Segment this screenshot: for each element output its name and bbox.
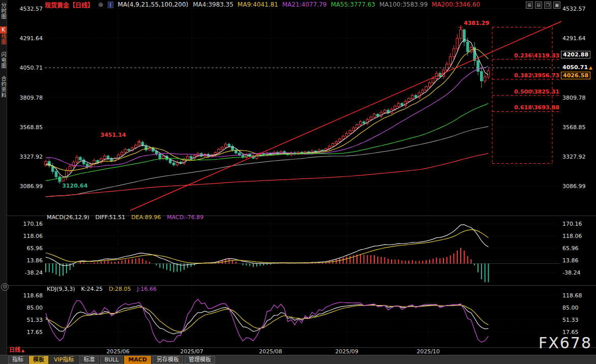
svg-text:3809.78: 3809.78 [562,95,586,101]
svg-text:2025/10: 2025/10 [416,348,440,355]
svg-text:2025/06: 2025/06 [106,348,130,355]
kdj-k-line [46,305,488,334]
window-controls: ⊞⊟❐▣ [526,2,560,9]
toolbar-button-BULL[interactable]: BULL [100,356,123,364]
add-window-icon[interactable]: ⊞ [526,2,533,9]
price-tag-prev-close-value: 4050.71 [562,64,588,71]
sidebar-item-1[interactable]: K线图 [0,26,7,45]
svg-text:4532.57: 4532.57 [562,6,586,12]
kdj-j-label: J:16.66 [137,286,157,292]
axis-labels-layer: 2025/062025/072025/082025/092025/104532.… [20,6,586,355]
trading-chart-window: 0.236\4119.330.382\3956.730.500\3825.310… [0,0,596,364]
svg-text:3451.14: 3451.14 [100,132,126,138]
period-selector[interactable]: 日线▲ [9,345,24,353]
svg-text:65.96: 65.96 [27,245,43,252]
add-indicator-icon[interactable]: ⊕ [98,1,103,8]
kdj-k-label: K:24.25 [81,286,103,292]
macd-value-label: MACD:-76.89 [167,214,203,221]
svg-text:170.16: 170.16 [23,221,43,227]
kdj-legend: KDJ(9,3,3) K:24.25 D:28.05 J:16.66 [47,286,157,292]
svg-text:3086.99: 3086.99 [562,183,586,190]
svg-text:4291.64: 4291.64 [20,35,43,42]
trendline [130,21,561,210]
ma-lines-layer [46,40,488,343]
bottom-toolbar: 指标模板VIP指标标准BULLMACD另存模板管理模板 [0,355,596,364]
svg-text:2025/08: 2025/08 [259,348,282,355]
toolbar-button-标准[interactable]: 标准 [79,356,99,364]
toolbar-button-管理模板[interactable]: 管理模板 [185,356,215,364]
toolbar-button-MACD[interactable]: MACD [124,356,151,364]
sidebar-item-0[interactable]: 分时图 [0,3,7,19]
maximize-window-icon[interactable]: ▣ [553,2,560,9]
grid-layer [7,8,596,348]
svg-text:3086.99: 3086.99 [20,183,43,190]
sidebar: 分时图K线图闪电图合约资料 [0,0,7,364]
svg-text:118.06: 118.06 [23,233,43,239]
price-tag-last: 4026.58 [561,72,590,79]
toolbar-button-指标[interactable]: 指标 [8,356,27,364]
kdj-params-label: KDJ(9,3,3) [47,286,75,292]
toolbar-button-另存模板[interactable]: 另存模板 [153,356,183,364]
kdj-d-label: D:28.05 [109,286,131,292]
chart-type-icon[interactable]: ‖ [108,2,113,8]
svg-text:2025/07: 2025/07 [180,348,203,355]
macd-dea-label: DEA:89.96 [131,214,161,221]
candles-layer [45,27,490,283]
period-label: 日线 [9,347,20,353]
svg-text:170.16: 170.16 [562,221,582,227]
kdj-d-line [46,305,488,331]
svg-text:118.68: 118.68 [23,292,43,299]
toolbar-button-VIP指标[interactable]: VIP指标 [50,356,78,364]
symbol-title: 现货黄金【日线】 [45,1,94,9]
sidebar-item-2[interactable]: 闪电图 [0,52,7,69]
svg-text:17.65: 17.65 [27,329,43,336]
macd-params-label: MACD(26,12,9) [47,214,90,221]
active-tab-badge: K [0,26,7,34]
ma-legend-item: MA55:3777.63 [331,1,375,8]
cascade-window-icon[interactable]: ❐ [544,2,551,9]
ma-legend-item: MA200:3346.60 [432,1,480,8]
ma-legend-item: MA21:4077.79 [282,1,327,8]
chart-canvas[interactable]: 0.236\4119.330.382\3956.730.500\3825.310… [0,0,596,364]
svg-text:0.382\3956.73: 0.382\3956.73 [514,72,559,79]
ma-legend-item: MA4:3983.35 [193,1,233,8]
macd-dea-line [46,230,488,263]
chart-header: 现货黄金【日线】 ⊕ ‖ MA(4,9,21,55,100,200) MA4:3… [45,1,480,8]
svg-text:-38.24: -38.24 [25,269,43,276]
up-arrow-icon: ▲ [589,65,592,70]
svg-text:0.236\4119.33: 0.236\4119.33 [514,52,559,59]
svg-text:0.618\3693.88: 0.618\3693.88 [514,104,559,111]
svg-text:118.06: 118.06 [562,233,582,239]
watermark: FX678 [539,334,592,352]
price-tag-prev-close: 4050.71▲ [561,64,594,71]
ma-legend: MA4:3983.35MA9:4041.81MA21:4077.79MA55:3… [193,1,480,8]
svg-text:118.68: 118.68 [562,292,582,299]
price-tag-upper: 4202.88 [561,51,590,58]
fibonacci-layer: 0.236\4119.330.382\3956.730.500\3825.310… [492,27,560,164]
sidebar-item-3[interactable]: 合约资料 [0,76,7,98]
ma-group-label: MA(4,9,21,55,100,200) [118,1,189,8]
period-arrow-icon: ▲ [21,348,24,353]
svg-text:3809.78: 3809.78 [20,95,43,101]
svg-text:4050.71: 4050.71 [20,65,43,71]
svg-text:13.86: 13.86 [27,257,43,264]
ma-legend-item: MA9:4041.81 [237,1,278,8]
svg-text:4381.29: 4381.29 [464,20,489,26]
svg-text:51.33: 51.33 [562,317,579,323]
svg-text:3327.92: 3327.92 [562,154,586,160]
svg-text:3568.85: 3568.85 [20,124,43,131]
svg-text:0.500\3825.31: 0.500\3825.31 [514,88,559,95]
macd-legend: MACD(26,12,9) DIFF:51.51 DEA:89.96 MACD:… [47,214,203,221]
macd-diff-line [46,225,488,266]
panel-collapse-icon[interactable]: ⊙ [1,283,9,291]
split-window-icon[interactable]: ⊟ [535,2,542,9]
svg-text:65.96: 65.96 [562,245,579,252]
macd-diff-label: DIFF:51.51 [96,214,126,221]
svg-text:2025/09: 2025/09 [335,348,359,355]
svg-text:85.00: 85.00 [27,305,43,311]
svg-text:85.00: 85.00 [562,305,579,311]
svg-text:4291.64: 4291.64 [562,35,586,42]
ma-legend-item: MA100:3583.99 [379,1,428,8]
toolbar-button-模板[interactable]: 模板 [29,356,48,364]
svg-text:-38.24: -38.24 [562,269,580,276]
